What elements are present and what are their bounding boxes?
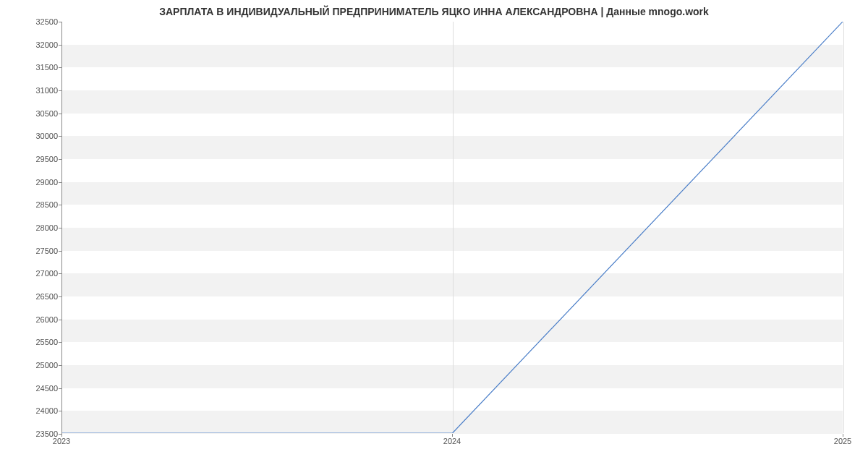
y-tick-label: 31500 xyxy=(0,63,58,72)
y-tick-mark xyxy=(59,67,61,68)
x-tick-mark xyxy=(452,434,453,437)
y-tick-mark xyxy=(59,136,61,137)
y-tick-label: 27500 xyxy=(0,247,58,255)
y-tick-mark xyxy=(59,365,61,366)
plot-area xyxy=(61,22,843,434)
y-tick-mark xyxy=(59,182,61,183)
y-tick-label: 27000 xyxy=(0,269,58,278)
y-tick-mark xyxy=(59,273,61,274)
y-tick-label: 25500 xyxy=(0,338,58,346)
y-tick-mark xyxy=(59,342,61,343)
y-tick-mark xyxy=(59,228,61,228)
y-tick-label: 29000 xyxy=(0,178,58,187)
y-tick-label: 24000 xyxy=(0,406,58,415)
y-tick-label: 32000 xyxy=(0,40,58,49)
x-grid-line xyxy=(843,22,844,433)
y-tick-label: 30000 xyxy=(0,132,58,140)
y-tick-label: 24500 xyxy=(0,384,58,393)
y-tick-mark xyxy=(59,388,61,389)
x-tick-mark xyxy=(61,434,62,437)
y-tick-label: 29500 xyxy=(0,155,58,163)
x-tick-label: 2024 xyxy=(443,437,461,445)
y-tick-label: 30500 xyxy=(0,109,58,118)
y-tick-mark xyxy=(59,251,61,252)
y-tick-label: 31000 xyxy=(0,86,58,95)
chart-container: ЗАРПЛАТА В ИНДИВИДУАЛЬНЫЙ ПРЕДПРИНИМАТЕЛ… xyxy=(0,0,868,470)
y-tick-label: 25000 xyxy=(0,361,58,369)
y-tick-label: 32500 xyxy=(0,17,58,26)
x-tick-label: 2025 xyxy=(834,437,851,445)
y-tick-mark xyxy=(59,296,61,297)
y-tick-mark xyxy=(59,90,61,91)
x-tick-mark xyxy=(843,434,843,437)
x-grid-line xyxy=(453,22,454,433)
y-tick-mark xyxy=(59,205,61,205)
y-tick-mark xyxy=(59,45,61,46)
y-tick-mark xyxy=(59,159,61,160)
chart-title: ЗАРПЛАТА В ИНДИВИДУАЛЬНЫЙ ПРЕДПРИНИМАТЕЛ… xyxy=(0,6,868,17)
y-tick-label: 28000 xyxy=(0,223,58,232)
y-tick-mark xyxy=(59,320,61,320)
y-tick-label: 26500 xyxy=(0,292,58,301)
y-tick-label: 28500 xyxy=(0,200,58,209)
y-tick-label: 23500 xyxy=(0,430,58,438)
x-tick-label: 2023 xyxy=(53,437,70,445)
y-tick-mark xyxy=(59,114,61,114)
y-tick-mark xyxy=(59,22,61,22)
y-tick-mark xyxy=(59,411,61,411)
y-tick-label: 26000 xyxy=(0,315,58,324)
